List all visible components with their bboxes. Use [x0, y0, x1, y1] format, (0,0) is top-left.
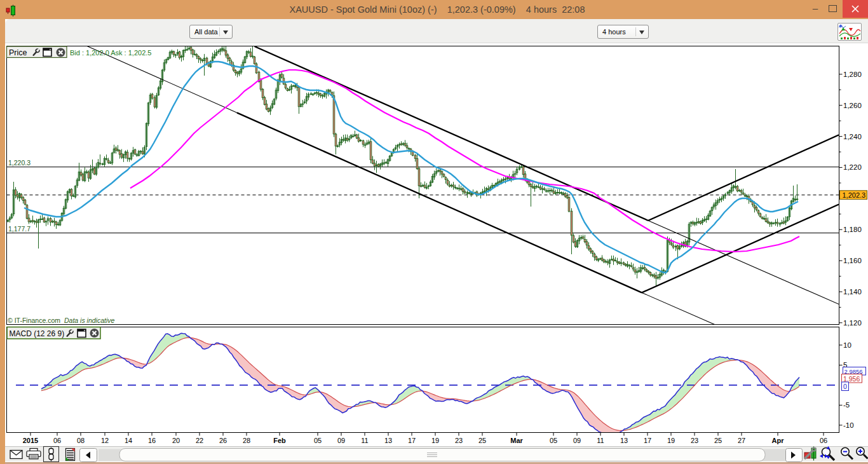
- svg-text:28: 28: [243, 437, 250, 444]
- svg-text:19: 19: [431, 437, 439, 444]
- svg-text:2015: 2015: [23, 437, 38, 444]
- svg-text:08: 08: [77, 437, 85, 444]
- svg-text:25: 25: [714, 437, 722, 444]
- svg-text:1,220.3: 1,220.3: [8, 159, 31, 167]
- svg-text:06: 06: [53, 437, 61, 444]
- svg-text:0: 0: [843, 383, 847, 390]
- svg-text:Bid : 1,202.0 Ask : 1,202.5: Bid : 1,202.0 Ask : 1,202.5: [70, 49, 151, 57]
- svg-text:05: 05: [550, 437, 557, 444]
- svg-text:-10: -10: [843, 421, 854, 429]
- svg-text:Feb: Feb: [273, 437, 286, 444]
- svg-text:10: 10: [843, 341, 851, 349]
- svg-text:1.956: 1.956: [843, 375, 860, 383]
- svg-text:14: 14: [125, 437, 132, 444]
- svg-text:06: 06: [820, 437, 827, 444]
- svg-text:16: 16: [148, 437, 156, 444]
- svg-text:27: 27: [738, 437, 745, 444]
- svg-text:23: 23: [455, 437, 463, 444]
- svg-text:1,240: 1,240: [843, 133, 862, 140]
- svg-text:Price: Price: [9, 48, 27, 57]
- svg-text:05: 05: [314, 437, 322, 444]
- svg-text:22: 22: [196, 437, 203, 444]
- svg-text:Data is indicative: Data is indicative: [64, 317, 115, 324]
- svg-text:13: 13: [384, 437, 392, 444]
- svg-text:Apr: Apr: [772, 437, 785, 444]
- svg-text:09: 09: [573, 437, 581, 444]
- svg-text:26: 26: [219, 437, 227, 444]
- svg-text:2.9856: 2.9856: [844, 368, 863, 375]
- svg-text:13: 13: [620, 437, 628, 444]
- svg-text:1,140: 1,140: [843, 288, 862, 296]
- svg-text:1,280: 1,280: [843, 71, 862, 78]
- svg-text:23: 23: [691, 437, 698, 444]
- svg-text:20: 20: [172, 437, 180, 444]
- svg-text:17: 17: [408, 437, 416, 444]
- svg-text:1,220: 1,220: [843, 163, 862, 171]
- svg-text:Mar: Mar: [510, 437, 523, 444]
- svg-text:© IT-Finance.com: © IT-Finance.com: [8, 317, 60, 324]
- svg-text:19: 19: [667, 437, 675, 444]
- svg-text:-5: -5: [843, 401, 850, 409]
- svg-text:17: 17: [644, 437, 651, 444]
- svg-text:1,180: 1,180: [843, 226, 862, 233]
- svg-text:11: 11: [597, 437, 604, 444]
- svg-text:1,160: 1,160: [843, 257, 862, 264]
- svg-text:25: 25: [478, 437, 486, 444]
- svg-text:11: 11: [361, 437, 368, 444]
- svg-text:1,202.3: 1,202.3: [843, 191, 866, 199]
- svg-text:MACD (12 26 9): MACD (12 26 9): [10, 329, 65, 338]
- svg-text:1,260: 1,260: [843, 102, 862, 109]
- svg-text:09: 09: [337, 437, 345, 444]
- svg-text:12: 12: [101, 437, 109, 444]
- svg-text:1,177.7: 1,177.7: [8, 225, 31, 233]
- svg-text:1,120: 1,120: [843, 319, 862, 327]
